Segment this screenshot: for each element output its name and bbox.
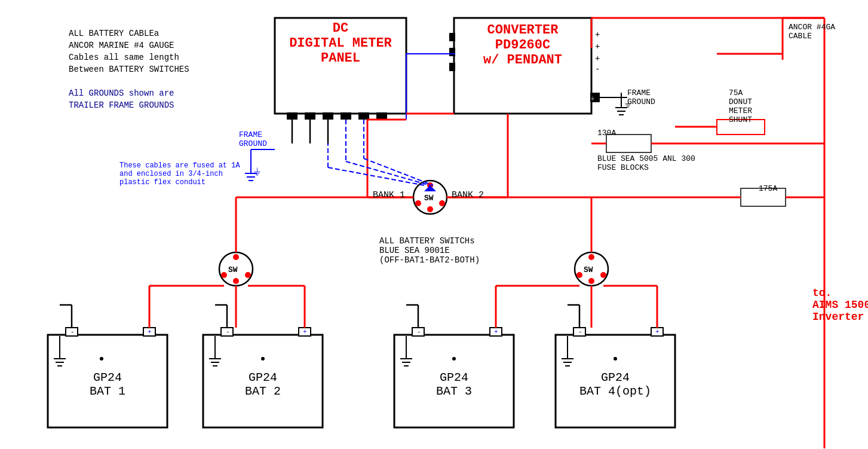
svg-text:+: + — [595, 42, 600, 51]
svg-text:+: + — [655, 328, 660, 335]
note-line7: TRAILER FRAME GROUNDS — [69, 100, 174, 110]
svg-text:+: + — [148, 328, 152, 335]
left-sw-label: SW — [228, 265, 238, 274]
svg-text:-: - — [226, 328, 230, 335]
svg-text:+: + — [595, 30, 600, 39]
svg-text:⏚: ⏚ — [254, 166, 260, 178]
svg-point-71 — [576, 272, 582, 278]
fuse130-label: 130A — [597, 129, 616, 138]
bat2-label: GP24BAT 2 — [203, 371, 323, 398]
svg-text:+: + — [494, 328, 498, 335]
bluesea-label: BLUE SEA 5005 ANL 300FUSE BLOCKS — [597, 154, 695, 172]
fuse-note: These cables are fused at 1Aand enclosed… — [119, 161, 240, 187]
note-line2: ANCOR MARINE #4 GAUGE — [69, 41, 174, 50]
dc-panel-label: DC DIGITAL METER PANEL — [275, 21, 406, 66]
svg-point-67 — [245, 272, 251, 278]
svg-text:+: + — [595, 54, 600, 63]
fuse175-label: 175A — [759, 184, 777, 193]
main-sw-label: SW — [424, 194, 434, 203]
svg-text:+: + — [303, 328, 307, 335]
svg-rect-5 — [341, 112, 351, 120]
bank1-label: BANK 1 — [373, 190, 405, 200]
svg-point-135 — [614, 357, 617, 361]
svg-point-73 — [588, 254, 594, 260]
svg-rect-4 — [323, 112, 333, 120]
svg-point-133 — [261, 357, 265, 361]
svg-text:⏚: ⏚ — [591, 95, 594, 102]
svg-rect-2 — [287, 112, 297, 120]
svg-point-72 — [600, 272, 606, 278]
svg-text:-: - — [578, 328, 582, 335]
right-sw-label: SW — [584, 265, 593, 274]
svg-point-68 — [233, 254, 239, 260]
svg-rect-6 — [358, 112, 369, 120]
svg-point-69 — [233, 278, 239, 284]
svg-point-45 — [427, 206, 433, 212]
bat3-label: GP24BAT 3 — [394, 371, 514, 398]
bank2-label: BANK 2 — [452, 190, 484, 200]
note-line4: Between BATTERY SWITCHES — [69, 65, 189, 74]
converter-label: CONVERTER PD9260C w/ PENDANT — [454, 23, 591, 68]
svg-text:-: - — [417, 328, 421, 335]
svg-point-74 — [588, 278, 594, 284]
bat4-label: GP24BAT 4(opt) — [556, 371, 675, 398]
note-line3: Cables all same length — [69, 53, 179, 62]
svg-text:-: - — [595, 65, 600, 74]
note-line1: ALL BATTERY CABLEa — [69, 29, 159, 38]
battery-switches-label: ALL BATTERY SWITCHsBLUE SEA 9001E(OFF-BA… — [379, 236, 480, 265]
svg-text:-: - — [70, 328, 75, 335]
shunt-label: 75ADONUTMETERSHUNT — [729, 88, 752, 124]
svg-line-61 — [364, 158, 433, 185]
svg-point-132 — [100, 357, 103, 361]
frame-ground-left-label: FRAMEGROUND — [239, 130, 267, 148]
svg-point-42 — [415, 200, 421, 206]
inverter-label: to.AIMS 1500WInverter — [812, 287, 868, 323]
frame-ground-right-label: FRAMEGROUND — [627, 88, 655, 106]
svg-point-43 — [439, 200, 445, 206]
ancor-label: ANCOR #4GACABLE — [789, 23, 835, 41]
note-line6: All GROUNDS shown are — [69, 88, 174, 98]
bat1-label: GP24BAT 1 — [48, 371, 167, 398]
svg-point-134 — [452, 357, 456, 361]
wiring-diagram: ⏚ + + + - ~ ~ ~ ~ — [0, 0, 868, 449]
svg-point-66 — [221, 272, 227, 278]
svg-rect-7 — [376, 112, 387, 120]
svg-rect-3 — [305, 112, 315, 120]
